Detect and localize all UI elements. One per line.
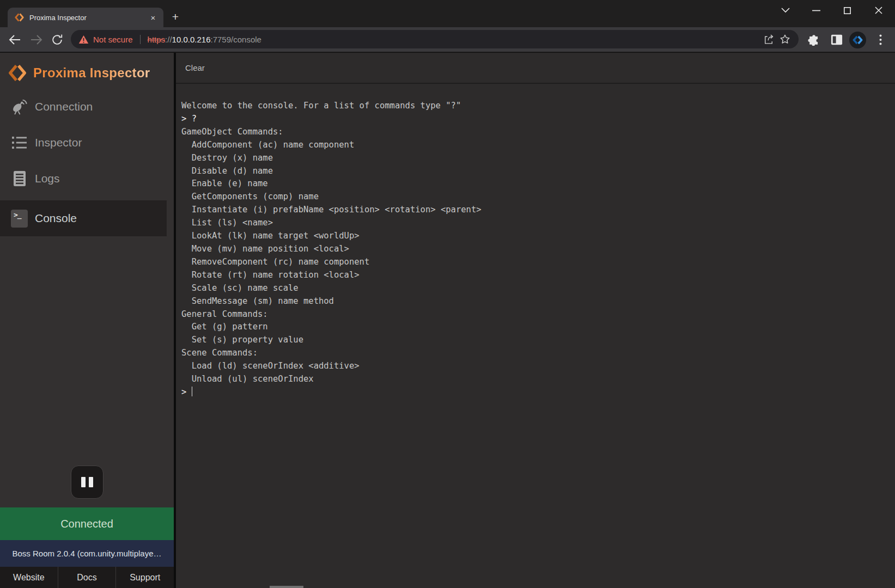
browser-tab[interactable]: Proxima Inspector × bbox=[8, 8, 163, 27]
console-panel: Clear Welcome to the console. For a list… bbox=[176, 53, 895, 588]
sidebar-item-connection[interactable]: Connection bbox=[0, 89, 167, 125]
pause-button[interactable] bbox=[71, 465, 103, 499]
url-text[interactable]: https://10.0.0.216:7759/console bbox=[148, 35, 261, 44]
sidebar-item-label: Logs bbox=[35, 172, 60, 185]
console-line: Unload (ul) sceneOrIndex bbox=[181, 373, 895, 386]
sidebar-spacer bbox=[0, 236, 174, 465]
extensions-button[interactable] bbox=[805, 31, 823, 48]
document-icon bbox=[11, 170, 28, 187]
console-line: Scale (sc) name scale bbox=[181, 282, 895, 295]
console-line: RemoveComponent (rc) name component bbox=[181, 256, 895, 269]
back-arrow-icon bbox=[9, 34, 21, 45]
sidebar-item-inspector[interactable]: Inspector bbox=[0, 125, 167, 161]
window-maximize-button[interactable] bbox=[835, 0, 860, 21]
pause-icon bbox=[81, 477, 86, 487]
browser-menu-button[interactable] bbox=[872, 31, 889, 48]
not-secure-label[interactable]: Not secure bbox=[93, 35, 133, 44]
close-icon bbox=[875, 7, 882, 14]
tab-close-icon[interactable]: × bbox=[148, 13, 158, 22]
list-icon bbox=[11, 136, 28, 150]
console-line: SendMessage (sm) name method bbox=[181, 295, 895, 308]
console-line: Rotate (rt) name rotation <local> bbox=[181, 269, 895, 282]
address-bar[interactable]: Not secure https://10.0.0.216:7759/conso… bbox=[71, 30, 799, 48]
sidebar-item-label: Connection bbox=[35, 100, 93, 113]
proxima-logo-icon bbox=[9, 64, 26, 82]
footer-link-website[interactable]: Website bbox=[0, 567, 58, 588]
sidebar: Proxima Inspector Connection bbox=[0, 53, 176, 588]
project-info-bar: Boss Room 2.0.4 (com.unity.multiplaye… bbox=[0, 540, 174, 567]
sidebar-item-logs[interactable]: Logs bbox=[0, 161, 167, 197]
reload-button[interactable] bbox=[49, 32, 65, 48]
bookmark-button[interactable] bbox=[777, 31, 793, 47]
console-line: Scene Commands: bbox=[181, 347, 895, 360]
browser-titlebar: Proxima Inspector × + bbox=[0, 0, 895, 27]
console-line: Get (g) pattern bbox=[181, 321, 895, 334]
console-line: Welcome to the console. For a list of co… bbox=[181, 100, 895, 113]
sidebar-item-console[interactable]: >_ Console bbox=[0, 200, 167, 236]
forward-button[interactable] bbox=[28, 32, 45, 48]
clear-button[interactable]: Clear bbox=[185, 63, 205, 72]
console-header: Clear bbox=[176, 53, 895, 84]
warning-triangle-icon bbox=[78, 35, 89, 44]
console-line: Set (s) property value bbox=[181, 334, 895, 347]
proxima-page: Proxima Inspector Connection bbox=[0, 52, 895, 588]
sidebar-nav: Connection Inspector bbox=[0, 89, 174, 236]
console-line: AddComponent (ac) name component bbox=[181, 139, 895, 152]
maximize-icon bbox=[844, 7, 851, 14]
proxima-favicon-icon bbox=[15, 13, 24, 22]
satellite-dish-icon bbox=[11, 99, 28, 115]
console-line: LookAt (lk) name target <worldUp> bbox=[181, 230, 895, 243]
console-line: List (ls) <name> bbox=[181, 217, 895, 230]
console-output[interactable]: Welcome to the console. For a list of co… bbox=[176, 84, 895, 399]
horizontal-scrollbar-thumb[interactable] bbox=[270, 586, 303, 588]
url-path: :7759/console bbox=[211, 35, 261, 44]
extension-badge bbox=[849, 32, 866, 48]
console-line: Load (ld) sceneOrIndex <additive> bbox=[181, 360, 895, 373]
console-line: Instantiate (i) prefabName <position> <r… bbox=[181, 204, 895, 217]
tab-title: Proxima Inspector bbox=[29, 14, 148, 22]
console-line: Disable (d) name bbox=[181, 165, 895, 178]
url-divider bbox=[140, 35, 141, 44]
connection-status-banner: Connected bbox=[0, 507, 174, 540]
terminal-icon: >_ bbox=[11, 210, 28, 228]
console-line: Enable (e) name bbox=[181, 177, 895, 191]
browser-toolbar: Not secure https://10.0.0.216:7759/conso… bbox=[0, 27, 895, 52]
reload-icon bbox=[51, 34, 63, 46]
chevron-down-icon bbox=[781, 8, 790, 13]
sidebar-footer: Website Docs Support bbox=[0, 567, 174, 588]
console-line: Destroy (x) name bbox=[181, 152, 895, 165]
url-scheme-separator: :// bbox=[165, 35, 172, 44]
puzzle-icon bbox=[808, 34, 820, 46]
console-line: Move (mv) name position <local> bbox=[181, 243, 895, 256]
console-line: GetComponents (comp) name bbox=[181, 191, 895, 204]
console-line: GameObject Commands: bbox=[181, 126, 895, 139]
url-host: 10.0.0.216 bbox=[172, 35, 211, 44]
star-icon bbox=[779, 33, 791, 45]
footer-link-support[interactable]: Support bbox=[115, 567, 174, 588]
share-button[interactable] bbox=[760, 31, 777, 47]
console-line: > ? bbox=[181, 113, 895, 126]
window-close-button[interactable] bbox=[866, 0, 891, 21]
text-cursor-icon bbox=[192, 387, 193, 396]
share-icon bbox=[763, 33, 775, 45]
tab-search-button[interactable] bbox=[773, 0, 798, 21]
blue-diamond-icon bbox=[853, 35, 863, 45]
console-line: General Commands: bbox=[181, 308, 895, 321]
url-scheme: https bbox=[148, 35, 166, 44]
forward-arrow-icon bbox=[31, 34, 42, 45]
back-button[interactable] bbox=[7, 32, 23, 48]
minimize-icon bbox=[812, 10, 820, 11]
footer-link-docs[interactable]: Docs bbox=[58, 567, 116, 588]
three-dots-icon bbox=[879, 34, 882, 45]
side-panel-button[interactable] bbox=[828, 31, 845, 48]
brand: Proxima Inspector bbox=[0, 53, 174, 82]
sidebar-item-label: Console bbox=[35, 212, 77, 225]
pause-icon bbox=[89, 477, 93, 487]
side-panel-icon bbox=[830, 34, 843, 46]
new-tab-button[interactable]: + bbox=[168, 10, 182, 24]
window-minimize-button[interactable] bbox=[803, 0, 829, 21]
brand-title: Proxima Inspector bbox=[33, 65, 150, 81]
sidebar-item-label: Inspector bbox=[35, 136, 82, 149]
console-prompt-line[interactable]: > bbox=[181, 386, 895, 399]
proxima-extension-button[interactable] bbox=[849, 31, 866, 48]
